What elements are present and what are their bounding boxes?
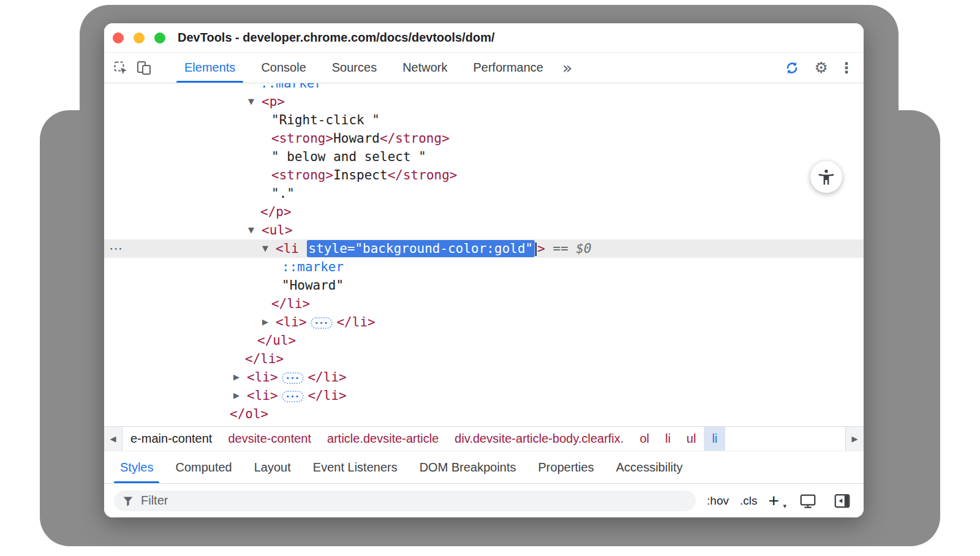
breadcrumb-item[interactable]: li [704,427,725,451]
element-classes-button[interactable]: .cls [740,494,758,508]
sidebar-tab-styles[interactable]: Styles [109,451,164,483]
accessibility-icon [817,168,835,186]
tag-token: <li [276,241,307,256]
text-token: Inspect [333,168,388,182]
accessibility-button[interactable] [810,161,842,193]
tab-network[interactable]: Network [390,53,460,83]
dom-tree-line[interactable]: <strong>Inspect</strong> [104,166,864,184]
tag-token: <p> [262,94,285,109]
pseudo-element-token: ::marker [282,260,344,274]
dom-tree-line[interactable]: ::marker [104,258,864,276]
tag-token: <ul> [262,223,293,238]
tab-sources[interactable]: Sources [319,53,390,83]
styles-filter-bar: :hov .cls + ▾ [104,484,864,517]
dom-tree-line[interactable]: " below and select " [104,148,864,166]
zoom-button[interactable] [154,32,165,43]
selected-attribute-token[interactable]: style="background-color:gold" [307,240,535,257]
breadcrumb-bar: ◀ e-main-contentdevsite-contentarticle.d… [104,426,864,451]
tab-elements[interactable]: Elements [172,53,248,83]
expand-children-icon[interactable]: ••• [311,317,333,329]
dom-tree-line[interactable]: <strong>Howard</strong> [104,129,864,148]
expand-arrow-icon[interactable]: ▼ [248,92,262,111]
dom-tree-line[interactable]: "." [104,184,864,203]
text-caret [535,242,537,256]
text-token: " below and select " [271,149,426,164]
sidebar-tab-accessibility[interactable]: Accessibility [605,451,694,483]
breadcrumb-item[interactable]: article.devsite-article [319,427,447,451]
dom-tree-line[interactable]: </p> [104,203,864,221]
breadcrumb-scroll-left-icon[interactable]: ◀ [104,427,123,451]
text-token: "Right-click " [271,113,380,127]
expand-children-icon[interactable]: ••• [282,372,304,384]
tag-token: </ol> [230,407,268,421]
dollar0-token: $0 [576,241,591,256]
inspect-icon[interactable] [109,53,132,83]
pseudo-element-token: ::marker [260,83,322,91]
expand-arrow-icon[interactable]: ▼ [262,239,276,258]
new-style-rule-button[interactable]: + ▾ [768,492,785,510]
tag-token: </p> [260,205,292,219]
breadcrumb-item[interactable]: li [657,427,679,451]
dom-tree-line[interactable]: "Howard" [104,276,864,295]
expand-arrow-icon[interactable]: ▼ [248,221,262,239]
monitor-icon[interactable] [796,492,820,510]
breadcrumb-scroll-right-icon[interactable]: ▶ [845,427,864,451]
sidebar-tab-properties[interactable]: Properties [527,451,605,483]
settings-gear-icon[interactable]: ⚙ [815,59,828,77]
tag-token: > [537,241,545,256]
breadcrumb-item[interactable]: ul [679,427,704,451]
devtools-window: DevTools - developer.chrome.com/docs/dev… [104,23,864,517]
dom-tree-line[interactable]: ▼<p> [104,92,864,111]
more-tabs-icon[interactable]: » [556,53,579,83]
panel-tab-strip: ElementsConsoleSourcesNetworkPerformance [172,53,556,83]
tag-token: </li> [336,315,375,329]
close-button[interactable] [113,32,124,43]
dom-tree-line[interactable]: </ul> [104,331,864,350]
sidebar-tab-dom-breakpoints[interactable]: DOM Breakpoints [409,451,527,483]
collapse-arrow-icon[interactable]: ▶ [233,386,247,405]
titlebar: DevTools - developer.chrome.com/docs/dev… [104,23,864,53]
more-actions-icon[interactable]: ⋯ [109,239,123,258]
tag-token: </strong> [388,168,458,182]
tag-token: <li> [276,315,307,329]
style-filter-input[interactable] [141,494,688,508]
breadcrumb-item[interactable]: devsite-content [220,427,319,451]
window-title: DevTools - developer.chrome.com/docs/dev… [178,31,495,45]
tag-token: </li> [245,351,284,366]
minimize-button[interactable] [134,32,145,43]
toggle-element-state-button[interactable]: :hov [707,494,729,508]
sync-icon[interactable] [780,59,804,77]
dom-tree-line[interactable]: ⋯▼<li style="background-color:gold"> == … [104,239,864,258]
dom-tree-line[interactable]: ▶<li>•••</li> [104,368,864,386]
dom-tree-line[interactable]: </li> [104,350,864,368]
dom-tree-line[interactable]: ▶<li>•••</li> [104,313,864,331]
dom-tree-line[interactable]: "Right-click " [104,111,864,129]
style-filter-pill[interactable] [114,490,696,511]
breadcrumb-item[interactable]: e-main-content [123,427,220,451]
breadcrumb-item[interactable]: div.devsite-article-body.clearfix. [447,427,631,451]
toolbar-right: ⚙ ⋮ [780,53,856,83]
dom-tree-line[interactable]: </ol> [104,405,864,423]
caret-down-icon: ▾ [783,502,786,510]
tab-performance[interactable]: Performance [461,53,557,83]
tag-token: </strong> [380,131,450,146]
sidebar-tab-event-listeners[interactable]: Event Listeners [302,451,409,483]
breadcrumb-item[interactable]: ol [631,427,657,451]
tag-token: <strong> [271,131,333,146]
sidebar-tab-strip: StylesComputedLayoutEvent ListenersDOM B… [104,451,864,484]
sidebar-tab-computed[interactable]: Computed [164,451,243,483]
equals-token: == [545,241,576,256]
tag-token: </li> [307,388,346,403]
dom-tree-line[interactable]: ::marker [104,83,864,92]
expand-children-icon[interactable]: ••• [282,391,304,402]
dom-tree-line[interactable]: </li> [104,295,864,313]
kebab-menu-icon[interactable]: ⋮ [839,59,854,77]
tab-console[interactable]: Console [248,53,318,83]
dom-tree-line[interactable]: ▶<li>•••</li> [104,386,864,405]
collapse-arrow-icon[interactable]: ▶ [233,368,247,386]
sidebar-tab-layout[interactable]: Layout [243,451,302,483]
collapse-arrow-icon[interactable]: ▶ [262,313,276,331]
device-toolbar-icon[interactable] [132,53,156,83]
dock-sidebar-icon[interactable] [831,492,854,510]
dom-tree-line[interactable]: ▼<ul> [104,221,864,239]
